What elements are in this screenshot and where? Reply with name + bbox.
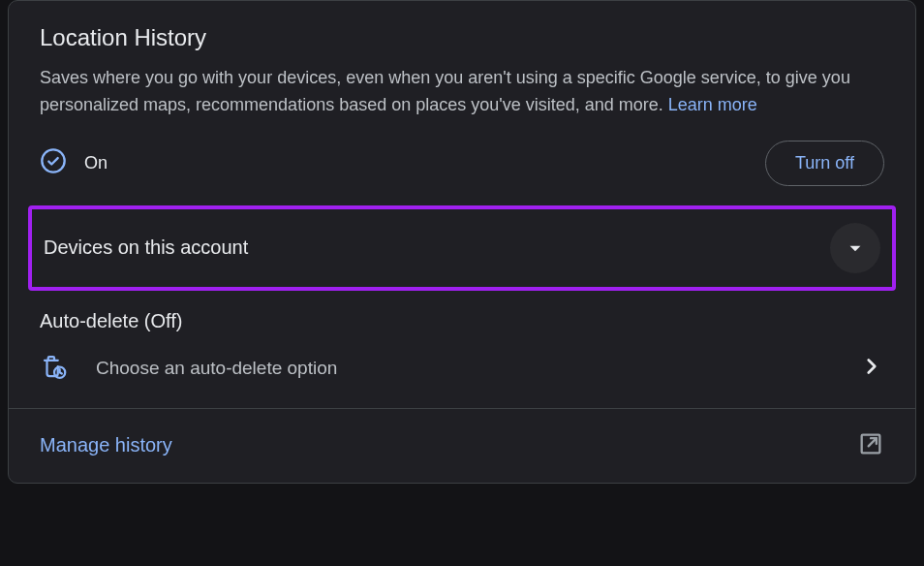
status-label: On bbox=[84, 153, 108, 173]
manage-history-link: Manage history bbox=[40, 434, 172, 456]
devices-highlight: Devices on this account bbox=[28, 205, 896, 291]
manage-history-row[interactable]: Manage history bbox=[9, 408, 915, 483]
status-left: On bbox=[40, 147, 108, 178]
learn-more-link[interactable]: Learn more bbox=[668, 95, 757, 114]
checkmark-icon bbox=[40, 147, 67, 178]
auto-delete-option-label: Choose an auto-delete option bbox=[96, 358, 337, 379]
page-title: Location History bbox=[40, 24, 884, 51]
svg-point-0 bbox=[42, 150, 64, 173]
auto-delete-icon bbox=[40, 352, 69, 385]
turn-off-button[interactable]: Turn off bbox=[765, 141, 884, 186]
devices-label: Devices on this account bbox=[44, 236, 248, 259]
auto-delete-title: Auto-delete (Off) bbox=[40, 310, 884, 332]
auto-delete-option-row[interactable]: Choose an auto-delete option bbox=[40, 352, 884, 385]
status-row: On Turn off bbox=[40, 141, 884, 186]
external-link-icon bbox=[857, 430, 884, 461]
page-description: Saves where you go with your devices, ev… bbox=[40, 65, 884, 119]
chevron-down-icon bbox=[830, 223, 880, 273]
devices-expandable[interactable]: Devices on this account bbox=[32, 209, 892, 287]
chevron-right-icon bbox=[859, 354, 884, 383]
